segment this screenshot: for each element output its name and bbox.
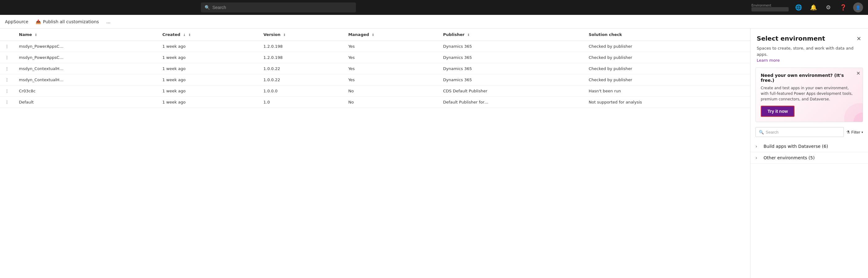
table-row: ⋮msdyn_PowerAppsC…1 week ago1.2.0.198Yes… bbox=[0, 41, 750, 52]
panel-search-row: 🔍 ⚗ Filter ▾ bbox=[750, 127, 868, 141]
try-it-now-button[interactable]: Try it now bbox=[761, 106, 795, 117]
env-group-build-apps[interactable]: › Build apps with Dataverse (6) bbox=[750, 141, 868, 152]
table-row: ⋮Default1 week ago1.0NoDefault Publisher… bbox=[0, 97, 750, 108]
topbar-search-input[interactable] bbox=[212, 5, 352, 10]
side-panel-close-button[interactable]: ✕ bbox=[856, 35, 862, 43]
cell-solutioncheck: Hasn't been run bbox=[584, 86, 750, 97]
avatar[interactable]: 👤 bbox=[853, 2, 863, 12]
build-apps-label: Build apps with Dataverse (6) bbox=[764, 144, 828, 149]
other-envs-chevron-icon: › bbox=[755, 155, 761, 160]
created-sort-icon2[interactable]: ↕ bbox=[188, 33, 191, 37]
promo-card-title: Need your own environment? (It's free.) bbox=[761, 73, 858, 83]
cell-created: 1 week ago bbox=[157, 86, 258, 97]
cell-version: 1.0 bbox=[258, 97, 343, 108]
col-publisher[interactable]: Publisher ↕ bbox=[438, 29, 584, 41]
cell-managed: Yes bbox=[343, 74, 438, 86]
cell-solutioncheck: Checked by publisher bbox=[584, 41, 750, 52]
content-area: Name ↕ Created ↓ ↕ Version ↕ Managed ↕ bbox=[0, 29, 750, 278]
managed-sort-icon[interactable]: ↕ bbox=[372, 33, 374, 37]
cell-publisher: Dynamics 365 bbox=[438, 52, 584, 63]
col-version[interactable]: Version ↕ bbox=[258, 29, 343, 41]
cell-name: Cr03c8c bbox=[14, 86, 157, 97]
cell-created: 1 week ago bbox=[157, 74, 258, 86]
col-menu-spacer bbox=[0, 29, 14, 41]
cell-name: msdyn_ContextualH… bbox=[14, 74, 157, 86]
cell-managed: Yes bbox=[343, 63, 438, 74]
cell-solutioncheck: Not supported for analysis bbox=[584, 97, 750, 108]
environment-value bbox=[751, 7, 788, 11]
filter-chevron-icon: ▾ bbox=[862, 130, 863, 134]
env-group-other-envs[interactable]: › Other environments (5) bbox=[750, 152, 868, 164]
help-icon[interactable]: ❓ bbox=[838, 2, 848, 12]
cell-publisher: Dynamics 365 bbox=[438, 41, 584, 52]
cell-publisher: Default Publisher for… bbox=[438, 97, 584, 108]
topbar-search-box[interactable]: 🔍 bbox=[201, 2, 356, 12]
table-row: ⋮msdyn_PowerAppsC…1 week ago1.2.0.198Yes… bbox=[0, 52, 750, 63]
col-solutioncheck: Solution check bbox=[584, 29, 750, 41]
promo-card-close-button[interactable]: ✕ bbox=[856, 70, 860, 76]
publisher-sort-icon[interactable]: ↕ bbox=[467, 33, 470, 37]
table-row: ⋮Cr03c8c1 week ago1.0.0.0NoCDS Default P… bbox=[0, 86, 750, 97]
row-menu-button[interactable]: ⋮ bbox=[0, 86, 14, 97]
cell-name: msdyn_ContextualH… bbox=[14, 63, 157, 74]
cell-created: 1 week ago bbox=[157, 97, 258, 108]
secondbar: AppSource 📤 Publish all customizations .… bbox=[0, 15, 868, 29]
row-menu-button[interactable]: ⋮ bbox=[0, 97, 14, 108]
table-row: ⋮msdyn_ContextualH…1 week ago1.0.0.22Yes… bbox=[0, 74, 750, 86]
solutions-table: Name ↕ Created ↓ ↕ Version ↕ Managed ↕ bbox=[0, 29, 750, 108]
promo-card: ✕ Need your own environment? (It's free.… bbox=[755, 68, 863, 122]
cell-version: 1.0.0.22 bbox=[258, 63, 343, 74]
cell-created: 1 week ago bbox=[157, 52, 258, 63]
cell-publisher: CDS Default Publisher bbox=[438, 86, 584, 97]
cell-name: msdyn_PowerAppsC… bbox=[14, 52, 157, 63]
row-menu-button[interactable]: ⋮ bbox=[0, 41, 14, 52]
promo-wave-decoration bbox=[841, 100, 863, 122]
globe-icon[interactable]: 🌐 bbox=[794, 2, 804, 12]
env-group-build-apps-header[interactable]: › Build apps with Dataverse (6) bbox=[750, 141, 868, 152]
cell-publisher: Dynamics 365 bbox=[438, 74, 584, 86]
more-options-button[interactable]: ... bbox=[106, 19, 111, 24]
panel-search-icon: 🔍 bbox=[759, 130, 764, 134]
main-layout: Name ↕ Created ↓ ↕ Version ↕ Managed ↕ bbox=[0, 29, 868, 278]
promo-card-description: Create and test apps in your own environ… bbox=[761, 85, 858, 102]
filter-icon: ⚗ bbox=[846, 130, 850, 134]
row-menu-button[interactable]: ⋮ bbox=[0, 52, 14, 63]
cell-version: 1.0.0.0 bbox=[258, 86, 343, 97]
created-sort-icon[interactable]: ↓ bbox=[183, 33, 185, 37]
publish-icon: 📤 bbox=[36, 19, 41, 24]
cell-name: Default bbox=[14, 97, 157, 108]
cell-solutioncheck: Checked by publisher bbox=[584, 52, 750, 63]
other-envs-label: Other environments (5) bbox=[764, 155, 815, 160]
cell-version: 1.2.0.198 bbox=[258, 41, 343, 52]
cell-publisher: Dynamics 365 bbox=[438, 63, 584, 74]
col-created[interactable]: Created ↓ ↕ bbox=[157, 29, 258, 41]
search-icon: 🔍 bbox=[205, 5, 210, 10]
version-sort-icon[interactable]: ↕ bbox=[283, 33, 285, 37]
cell-created: 1 week ago bbox=[157, 63, 258, 74]
col-name[interactable]: Name ↕ bbox=[14, 29, 157, 41]
name-sort-icon[interactable]: ↕ bbox=[35, 33, 37, 37]
panel-search-box[interactable]: 🔍 bbox=[755, 127, 844, 137]
cell-version: 1.2.0.198 bbox=[258, 52, 343, 63]
filter-label: Filter bbox=[851, 130, 860, 134]
environment-selector[interactable]: Environment bbox=[751, 4, 788, 11]
learn-more-link[interactable]: Learn more bbox=[750, 57, 868, 68]
cell-created: 1 week ago bbox=[157, 41, 258, 52]
cell-solutioncheck: Checked by publisher bbox=[584, 74, 750, 86]
publish-customizations-button[interactable]: 📤 Publish all customizations bbox=[36, 19, 99, 24]
row-menu-button[interactable]: ⋮ bbox=[0, 74, 14, 86]
cell-solutioncheck: Checked by publisher bbox=[584, 63, 750, 74]
filter-button[interactable]: ⚗ Filter ▾ bbox=[846, 130, 863, 134]
cell-managed: No bbox=[343, 97, 438, 108]
settings-icon[interactable]: ⚙ bbox=[824, 2, 833, 12]
cell-managed: No bbox=[343, 86, 438, 97]
topbar: 🔍 Environment 🌐 🔔 ⚙ ❓ 👤 bbox=[0, 0, 868, 15]
side-panel-title: Select environment bbox=[757, 35, 825, 42]
bell-icon[interactable]: 🔔 bbox=[808, 2, 818, 12]
appsource-link[interactable]: AppSource bbox=[5, 19, 28, 24]
row-menu-button[interactable]: ⋮ bbox=[0, 63, 14, 74]
col-managed[interactable]: Managed ↕ bbox=[343, 29, 438, 41]
env-group-other-envs-header[interactable]: › Other environments (5) bbox=[750, 152, 868, 163]
side-panel: Select environment ✕ Spaces to create, s… bbox=[750, 29, 868, 278]
panel-search-input[interactable] bbox=[766, 130, 840, 134]
